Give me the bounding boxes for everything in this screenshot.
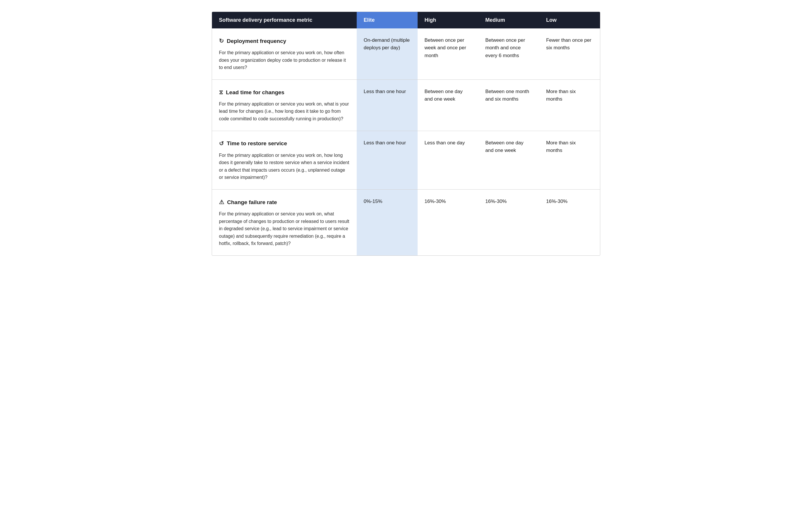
medium-val-change-failure-rate: 16%-30% xyxy=(478,189,539,255)
metric-name-change-failure-rate: Change failure rate xyxy=(227,198,277,206)
high-val-restore-service: Less than one day xyxy=(418,131,478,189)
metric-title-deployment-frequency: ↻ Deployment frequency xyxy=(219,36,350,45)
elite-val-lead-time: Less than one hour xyxy=(357,79,418,131)
header-high: High xyxy=(418,12,478,28)
high-val-lead-time: Between one day and one week xyxy=(418,79,478,131)
metric-name-lead-time: Lead time for changes xyxy=(226,88,285,97)
performance-table: Software delivery performance metric Eli… xyxy=(212,12,600,256)
low-val-restore-service: More than six months xyxy=(539,131,600,189)
medium-val-deployment-frequency: Between once per month and once every 6 … xyxy=(478,28,539,79)
metric-cell-restore-service: ↺ Time to restore service For the primar… xyxy=(212,131,357,189)
low-val-change-failure-rate: 16%-30% xyxy=(539,189,600,255)
header-elite: Elite xyxy=(357,12,418,28)
metric-desc-restore-service: For the primary application or service y… xyxy=(219,152,350,181)
metric-name-deployment-frequency: Deployment frequency xyxy=(227,37,286,45)
medium-val-lead-time: Between one month and six months xyxy=(478,79,539,131)
metric-title-change-failure-rate: ⚠ Change failure rate xyxy=(219,198,350,207)
metric-icon-deployment-frequency: ↻ xyxy=(219,36,224,45)
metric-title-lead-time: ⧖ Lead time for changes xyxy=(219,88,350,97)
metric-desc-change-failure-rate: For the primary application or service y… xyxy=(219,210,350,247)
table-header-row: Software delivery performance metric Eli… xyxy=(212,12,600,28)
table-row-change-failure-rate: ⚠ Change failure rate For the primary ap… xyxy=(212,189,600,255)
medium-val-restore-service: Between one day and one week xyxy=(478,131,539,189)
table-row-restore-service: ↺ Time to restore service For the primar… xyxy=(212,131,600,189)
elite-val-change-failure-rate: 0%-15% xyxy=(357,189,418,255)
metric-cell-deployment-frequency: ↻ Deployment frequency For the primary a… xyxy=(212,28,357,79)
header-metric: Software delivery performance metric xyxy=(212,12,357,28)
metric-title-restore-service: ↺ Time to restore service xyxy=(219,139,350,148)
metric-name-restore-service: Time to restore service xyxy=(227,139,287,148)
metric-cell-change-failure-rate: ⚠ Change failure rate For the primary ap… xyxy=(212,189,357,255)
metric-desc-lead-time: For the primary application or service y… xyxy=(219,100,350,123)
high-val-change-failure-rate: 16%-30% xyxy=(418,189,478,255)
metric-icon-restore-service: ↺ xyxy=(219,139,224,148)
header-medium: Medium xyxy=(478,12,539,28)
elite-val-deployment-frequency: On-demand (multiple deploys per day) xyxy=(357,28,418,79)
table-row-lead-time: ⧖ Lead time for changes For the primary … xyxy=(212,79,600,131)
high-val-deployment-frequency: Between once per week and once per month xyxy=(418,28,478,79)
metric-icon-change-failure-rate: ⚠ xyxy=(219,198,224,207)
metrics-table: Software delivery performance metric Eli… xyxy=(212,12,600,255)
metric-desc-deployment-frequency: For the primary application or service y… xyxy=(219,49,350,71)
header-low: Low xyxy=(539,12,600,28)
metric-cell-lead-time: ⧖ Lead time for changes For the primary … xyxy=(212,79,357,131)
metric-icon-lead-time: ⧖ xyxy=(219,88,223,97)
table-row-deployment-frequency: ↻ Deployment frequency For the primary a… xyxy=(212,28,600,79)
low-val-lead-time: More than six months xyxy=(539,79,600,131)
elite-val-restore-service: Less than one hour xyxy=(357,131,418,189)
low-val-deployment-frequency: Fewer than once per six months xyxy=(539,28,600,79)
